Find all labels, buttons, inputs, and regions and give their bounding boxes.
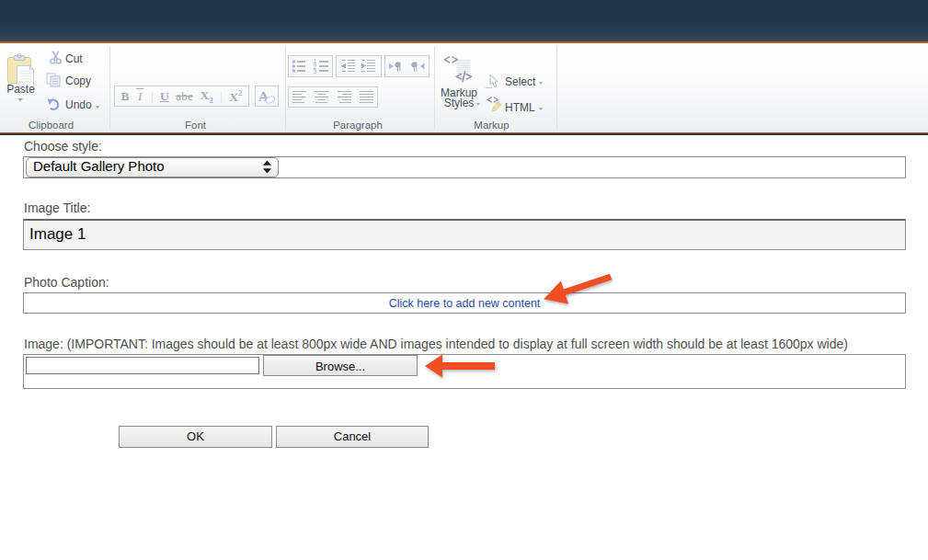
svg-text:3: 3 — [314, 68, 317, 74]
